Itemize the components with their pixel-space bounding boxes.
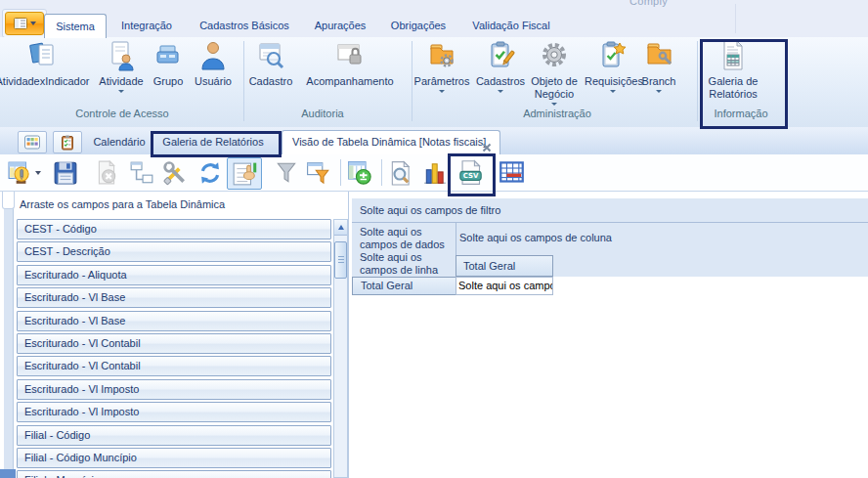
ribbon-button-cadastro[interactable]: Cadastro [246,39,295,88]
grid-button[interactable] [497,157,526,188]
customize-button[interactable] [160,157,190,188]
field-list-scrollbar[interactable] [333,219,348,478]
panel-splitter[interactable] [4,192,14,478]
filter-button[interactable] [272,157,301,188]
field-list: CEST - Código CEST - Descrição Escritura… [17,219,331,478]
ribbon-button-objeto-de-negocio[interactable]: Objeto de Negócio [524,39,585,106]
hierarchy-icon [129,160,154,186]
edit-view-icon [8,160,33,186]
ribbon-tab-integracao[interactable]: Integração [110,14,183,37]
gear-icon [524,39,585,74]
panel-grip[interactable] [2,192,15,209]
field-item[interactable]: Filial - Muncípio [17,470,331,478]
field-item[interactable]: CEST - Descrição [17,241,331,262]
scroll-up-button[interactable] [334,220,347,236]
group-divider [243,41,244,121]
chevron-down-icon [439,90,445,93]
close-tab-icon[interactable] [482,138,492,160]
group-label-informacao: Informação [696,108,786,121]
pivot-column-zone[interactable]: Solte aqui os campos de coluna [459,232,612,243]
chart-icon [422,160,448,186]
clipboard-star-icon [585,39,641,74]
ribbon-button-branch[interactable]: Branch [637,39,680,93]
application-menu-button[interactable] [5,12,44,35]
save-button[interactable] [51,157,80,188]
ribbon-button-cadastros[interactable]: Cadastros [474,39,527,93]
window-list-icon [14,18,27,29]
chevron-down-icon [656,90,662,93]
folder-gear-icon [411,39,473,74]
export-csv-button[interactable]: CSV [456,157,485,188]
field-item[interactable]: Escriturado - Vl Imposto [17,379,331,400]
ribbon-tab-obrigacoes[interactable]: Obrigações [384,14,453,37]
hierarchy-button[interactable] [127,157,156,188]
field-item[interactable]: Filial - Código [17,425,331,446]
field-chooser-button[interactable] [227,157,262,190]
field-item[interactable]: Escriturado - Aliquota [17,265,331,285]
user-icon [188,39,239,74]
document-tab-galeria-de-relatorios[interactable]: Galeria de Relatórios [154,131,272,152]
pivot-empty-data-cell[interactable]: Solte aqui os campos [456,277,553,295]
field-item[interactable]: Filial - Código Muncípio [17,448,331,468]
field-item[interactable]: CEST - Código [17,219,331,239]
prefilter-icon [306,160,331,186]
ribbon-tab-validacao-fiscal[interactable]: Validação Fiscal [462,14,560,37]
chevron-down-icon [30,22,36,25]
ribbon-button-grupo[interactable]: Grupo [149,39,188,88]
export-csv-icon: CSV [457,159,484,186]
ribbon-tab-apuracoes[interactable]: Apurações [306,14,374,37]
prefilter-button[interactable] [304,157,333,188]
document-tab-calendar-grid[interactable] [18,131,47,153]
ribbon-button-parametros[interactable]: Parâmetros [411,39,473,93]
chevron-down-icon [118,90,124,93]
document-tab-visao-tabela-dinamica[interactable]: Visão de Tabela Dinâmica [Notas fiscais] [282,130,500,154]
fields-panel-header: Arraste os campos para a Tabela Dinâmica [20,198,342,213]
document-tab-calendario[interactable]: Calendário [88,131,151,152]
field-item[interactable]: Escriturado - Vl Base [17,311,331,331]
refresh-icon [197,160,223,186]
panel-lock-icon [295,39,405,74]
ribbon-tab-sistema[interactable]: Sistema [44,14,107,38]
clipboard-check-icon [474,39,527,74]
toolbar-separator [381,159,382,186]
ribbon-button-galeria-de-relatorios[interactable]: Galeria de Relatórios [702,39,764,101]
svg-text:CSV: CSV [462,172,478,180]
toolbar-separator [340,159,341,186]
application-window: Comply Sistema Integração Cadastros Bási… [0,0,868,478]
ribbon-button-atividade[interactable]: Atividade [94,39,149,93]
expand-collapse-icon [347,160,372,186]
group-label-administracao: Administração [459,108,655,121]
arrow-up-icon [338,225,344,230]
field-item[interactable]: Escriturado - Vl Base [17,287,331,308]
pivot-row-zone[interactable]: Solte aqui os campos de linha [360,251,453,277]
brand-text: Comply [629,0,668,7]
field-item[interactable]: Escriturado - Vl Imposto [17,402,331,422]
ribbon-tab-cadastros-basicos[interactable]: Cadastros Básicos [193,14,296,37]
edit-view-button[interactable] [6,157,43,188]
delete-button[interactable] [92,157,121,188]
chevron-down-icon [610,90,616,93]
ribbon-button-usuario[interactable]: Usuário [188,39,239,88]
panel-strip-footer [0,469,16,478]
grid-palette-icon [24,135,40,150]
field-item[interactable]: Escriturado - Vl Contabil [17,356,331,376]
save-icon [53,160,78,186]
print-preview-button[interactable] [386,157,415,188]
expand-collapse-button[interactable] [345,157,374,188]
ribbon-button-requisicoes[interactable]: Requisições [585,39,641,93]
scrollbar-thumb[interactable] [334,241,347,279]
ribbon-button-acompanhamento[interactable]: Acompanhamento [295,39,405,88]
refresh-button[interactable] [195,157,225,188]
chart-button[interactable] [420,157,450,188]
print-preview-icon [388,160,413,186]
report-table-icon [702,39,764,74]
ribbon-button-atividadexindicador[interactable]: AtividadexIndicador [0,39,91,88]
pivot-data-zone[interactable]: Solte aqui os campos de dados [360,226,453,251]
chevron-down-icon [498,90,503,93]
group-label-controle-de-acesso: Controle de Acesso [20,108,225,121]
form-search-icon [246,39,295,74]
pivot-filter-zone[interactable]: Solte aqui os campos de filtro [352,198,868,223]
pivot-column-total-header: Total Geral [456,255,553,277]
field-item[interactable]: Escriturado - Vl Contabil [17,333,331,354]
document-tab-tasks[interactable] [53,131,82,153]
